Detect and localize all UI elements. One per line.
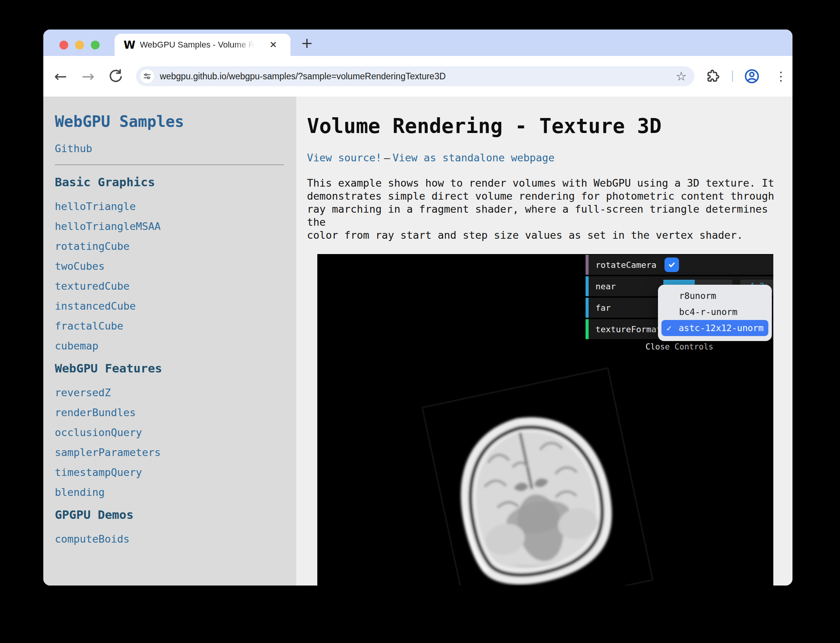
tab-strip: W WebGPU Samples - Volume R ✕ + xyxy=(43,30,792,56)
gui-label-near: near xyxy=(596,282,616,291)
rotate-camera-checkbox[interactable] xyxy=(664,258,679,272)
close-controls-button[interactable]: Close Controls xyxy=(586,341,773,354)
sidebar-item-twoCubes[interactable]: twoCubes xyxy=(55,260,285,272)
address-bar[interactable]: webgpu.github.io/webgpu-samples/?sample=… xyxy=(136,66,694,86)
dropdown-option-r8unorm[interactable]: r8unorm xyxy=(658,288,772,304)
link-separator: — xyxy=(384,152,390,164)
texture-format-dropdown: r8unorm bc4-r-unorm ✓ astc-12x12-unorm xyxy=(658,285,772,341)
tab-title: WebGPU Samples - Volume R xyxy=(140,40,254,50)
window-zoom-button[interactable] xyxy=(91,41,100,49)
sidebar-item-instancedCube[interactable]: instancedCube xyxy=(55,300,285,312)
sidebar-item-timestampQuery[interactable]: timestampQuery xyxy=(55,466,285,479)
sidebar-divider xyxy=(55,164,284,165)
gui-label-rotateCamera: rotateCamera xyxy=(596,260,656,270)
section-heading-gpgpu-demos: GPGPU Demos xyxy=(55,508,285,522)
window-minimize-button[interactable] xyxy=(75,41,84,49)
standalone-link[interactable]: View as standalone webpage xyxy=(392,152,555,164)
sample-main: Volume Rendering - Texture 3D View sourc… xyxy=(296,97,792,586)
browser-window: W WebGPU Samples - Volume R ✕ + ← → xyxy=(43,30,792,586)
dropdown-option-label: astc-12x12-unorm xyxy=(679,323,764,333)
sidebar-item-helloTriangleMSAA[interactable]: helloTriangleMSAA xyxy=(55,220,285,233)
extensions-icon[interactable] xyxy=(705,69,720,84)
sidebar-item-renderBundles[interactable]: renderBundles xyxy=(55,407,285,419)
dropdown-option-astc-12x12-unorm[interactable]: ✓ astc-12x12-unorm xyxy=(661,320,768,336)
sidebar-item-computeBoids[interactable]: computeBoids xyxy=(55,533,285,545)
github-link[interactable]: Github xyxy=(55,143,285,154)
sidebar-item-samplerParameters[interactable]: samplerParameters xyxy=(55,446,285,459)
url-text[interactable]: webgpu.github.io/webgpu-samples/?sample=… xyxy=(160,71,676,82)
forward-icon[interactable]: → xyxy=(79,56,98,97)
toolbar-separator xyxy=(732,71,733,82)
sidebar-item-rotatingCube[interactable]: rotatingCube xyxy=(55,240,285,253)
browser-tab[interactable]: W WebGPU Samples - Volume R ✕ xyxy=(115,34,290,56)
selected-check-icon: ✓ xyxy=(666,323,679,333)
sidebar-item-blending[interactable]: blending xyxy=(55,486,285,499)
sidebar-item-reversedZ[interactable]: reversedZ xyxy=(55,387,285,399)
checkmark-icon xyxy=(667,260,676,269)
view-source-link[interactable]: View source! xyxy=(307,152,382,164)
gui-row-rotateCamera: rotateCamera xyxy=(586,255,773,275)
sidebar-item-texturedCube[interactable]: texturedCube xyxy=(55,280,285,292)
back-icon[interactable]: ← xyxy=(51,56,70,97)
sidebar-item-fractalCube[interactable]: fractalCube xyxy=(55,320,285,332)
browser-toolbar: ← → webgpu.github.io/webgpu-s xyxy=(43,56,792,97)
reload-icon[interactable] xyxy=(106,56,125,97)
source-links: View source!—View as standalone webpage xyxy=(307,152,792,164)
browser-menu-icon[interactable]: ⋮ xyxy=(773,56,789,97)
sidebar-title: WebGPU Samples xyxy=(55,113,285,130)
sidebar-item-cubemap[interactable]: cubemap xyxy=(55,340,285,352)
sidebar-item-occlusionQuery[interactable]: occlusionQuery xyxy=(55,426,285,439)
new-tab-button[interactable]: + xyxy=(299,35,315,52)
samples-sidebar: WebGPU Samples Github Basic Graphics hel… xyxy=(43,97,296,586)
section-heading-webgpu-features: WebGPU Features xyxy=(55,361,285,375)
profile-icon[interactable] xyxy=(744,68,760,84)
sidebar-item-helloTriangle[interactable]: helloTriangle xyxy=(55,200,285,213)
sample-description: This example shows how to render volumes… xyxy=(307,177,786,242)
desktop-background: W WebGPU Samples - Volume R ✕ + ← → xyxy=(0,0,840,643)
webgpu-canvas[interactable]: rotateCamera near 4.2 xyxy=(317,254,773,586)
page-title: Volume Rendering - Texture 3D xyxy=(307,114,792,138)
gui-label-far: far xyxy=(596,303,611,313)
gui-label-textureFormat: textureFormat xyxy=(596,325,661,334)
site-settings-icon[interactable] xyxy=(140,69,154,83)
bookmark-star-icon[interactable]: ☆ xyxy=(676,69,687,84)
webgpu-logo-icon: W xyxy=(123,39,135,51)
close-tab-icon[interactable]: ✕ xyxy=(267,39,279,51)
window-close-button[interactable] xyxy=(59,41,68,49)
section-heading-basic-graphics: Basic Graphics xyxy=(55,175,285,189)
dropdown-option-bc4-r-unorm[interactable]: bc4-r-unorm xyxy=(658,304,772,320)
